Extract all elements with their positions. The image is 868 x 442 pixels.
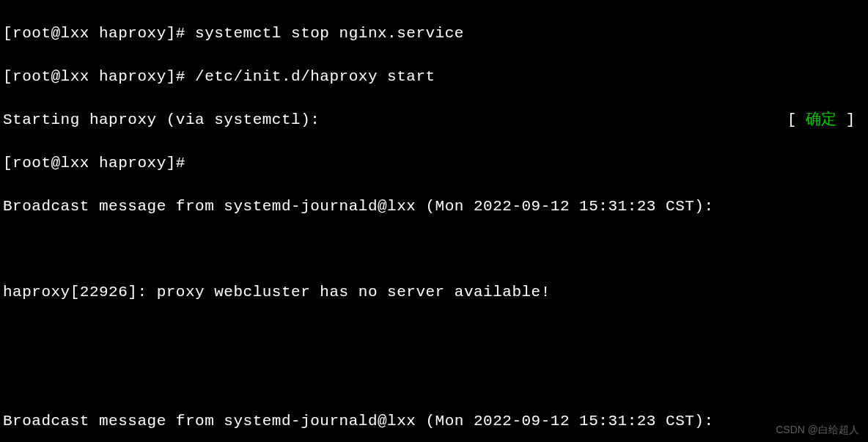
terminal-line: haproxy[22926]: proxy webcluster has no …: [3, 281, 865, 303]
terminal-line: [root@lxx haproxy]# systemctl stop nginx…: [3, 23, 865, 44]
shell-prompt: [root@lxx haproxy]#: [3, 68, 195, 85]
terminal-line: Starting haproxy (via systemctl):[确定]: [3, 109, 865, 130]
status-indicator: [确定]: [787, 109, 865, 130]
terminal-line: [3, 325, 865, 346]
watermark-text: CSDN @白给超人: [776, 423, 859, 438]
command-text: /etc/init.d/haproxy start: [195, 68, 435, 85]
bracket-open: [: [787, 111, 797, 128]
terminal-line: Broadcast message from systemd-journald@…: [3, 410, 865, 432]
terminal-output[interactable]: [root@lxx haproxy]# systemctl stop nginx…: [3, 1, 865, 442]
command-text: systemctl stop nginx.service: [195, 25, 464, 42]
status-text: Starting haproxy (via systemctl):: [3, 109, 320, 130]
bracket-close: ]: [846, 111, 856, 128]
shell-prompt: [root@lxx haproxy]#: [3, 155, 185, 172]
terminal-line: [3, 238, 865, 259]
terminal-line: [3, 368, 865, 389]
ok-status: 确定: [797, 111, 846, 128]
terminal-line: [root@lxx haproxy]# /etc/init.d/haproxy …: [3, 66, 865, 87]
terminal-line: Broadcast message from systemd-journald@…: [3, 196, 865, 217]
shell-prompt: [root@lxx haproxy]#: [3, 25, 195, 42]
terminal-line: [root@lxx haproxy]#: [3, 152, 865, 174]
